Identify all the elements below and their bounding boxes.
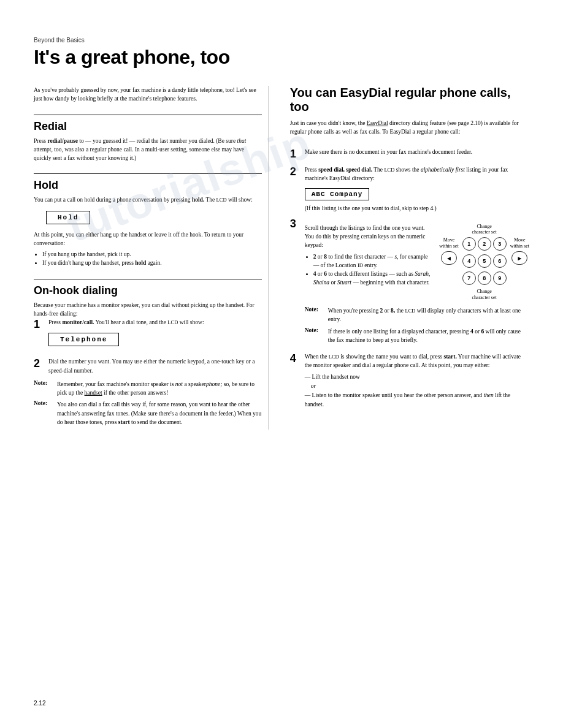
two-column-layout: As you've probably guessed by now, your … [34,86,529,430]
hold-body-pre: You can put a call on hold during a phon… [34,195,262,204]
note2-text: You also can dial a fax call this way if… [57,400,262,427]
note2-label: Note: [34,400,55,427]
step4-option2: — Listen to the monitor speaker until yo… [305,391,529,409]
key-row-3: 7 8 9 [462,271,507,285]
right-step2-pre: Press speed dial, speed dial. The LCD sh… [305,165,529,183]
step3-bullet-1: 2 or 8 to find the first character — s, … [313,252,432,270]
right-note2: Note: If there is only one listing for a… [305,327,529,345]
right-title: You can EasyDial regular phone calls, to… [290,86,529,114]
onhook-title: On-hook dialing [34,279,262,297]
onhook-note1: Note: Remember, your fax machine's monit… [34,380,262,398]
beyond-basics-label: Beyond the Basics [34,37,529,44]
right-step1: 1 Make sure there is no document in your… [290,148,529,161]
right-step3: 3 Scroll through the listings to find th… [290,218,529,347]
hold-bullets: If you hung up the handset, pick it up. … [42,250,262,268]
hold-title: Hold [34,173,262,192]
onhook-section: On-hook dialing Because your machine has… [34,279,262,427]
key-9: 9 [493,271,507,285]
step1-text: Press monitor/call. You'll hear a dial t… [48,318,262,327]
right-step4-num: 4 [290,352,300,366]
hold-body-post: At this point, you can either hang up th… [34,230,262,248]
hold-lcd: Hold [46,211,90,224]
left-column: As you've probably guessed by now, your … [34,86,269,430]
step3-bullets: 2 or 8 to find the first character — s, … [313,252,432,287]
redial-section: Redial Press redial/pause to — you guess… [34,115,262,163]
hold-bullet-2: If you didn't hang up the handset, press… [42,259,262,267]
right-note1: Note: When you're pressing 2 or 8, the L… [305,306,529,324]
onhook-step1: 1 Press monitor/call. You'll hear a dial… [34,318,262,352]
key-4: 4 [462,254,476,268]
key-row-1: 1 2 3 [462,237,507,251]
redial-title: Redial [34,115,262,133]
right-step4-text: When the LCD is showing the name you wan… [305,352,529,370]
redial-body: Press redial/pause to — you guessed it! … [34,137,262,163]
left-arrow-key: ◄ [441,251,457,265]
move-within-set-left-label: Movewithin set [439,237,458,249]
right-step2-num: 2 [290,165,300,179]
right-step1-num: 1 [290,148,300,161]
step4-options: — Lift the handset now or — Listen to th… [305,373,529,410]
step2-content: Dial the number you want. You may use ei… [48,357,262,375]
move-within-set-right-label: Movewithin set [510,237,529,249]
move-right-group: Movewithin set ► [510,237,529,265]
right-step2-post: (If this listing is the one you want to … [305,204,529,213]
key-6: 6 [493,254,507,268]
key-2: 2 [478,237,491,251]
onhook-note2: Note: You also can dial a fax call this … [34,400,262,427]
right-note2-text: If there is only one listing for a displ… [328,327,529,345]
right-step4: 4 When the LCD is showing the name you w… [290,352,529,409]
key-8: 8 [478,271,491,285]
abc-company-lcd: ABC Company [305,188,370,200]
right-intro: Just in case you didn't know, the EasyDi… [290,119,529,137]
page-number: 2.12 [34,700,45,707]
key-7: 7 [462,271,476,285]
move-left-group: Movewithin set ◄ [439,237,458,265]
onhook-intro: Because your machine has a monitor speak… [34,301,262,319]
step3-intro: Scroll through the listings to find the … [305,224,432,250]
intro-text: As you've probably guessed by now, your … [34,86,262,104]
right-step1-text: Make sure there is no document in your f… [305,148,529,156]
key-1: 1 [462,237,476,251]
step4-or: or [311,382,529,391]
onhook-step2: 2 Dial the number you want. You may use … [34,357,262,375]
center-keypad: 1 2 3 4 5 6 [462,237,507,287]
right-note1-label: Note: [305,306,326,324]
step2-num: 2 [34,357,44,371]
right-note2-label: Note: [305,327,326,345]
change-char-top-label: Changecharacter set [472,224,497,235]
change-char-bottom-label: Changecharacter set [472,289,497,300]
right-step3-content: Scroll through the listings to find the … [305,218,529,347]
key-3: 3 [493,237,507,251]
right-step2-content: Press speed dial, speed dial. The LCD sh… [305,165,529,213]
note1-text: Remember, your fax machine's monitor spe… [57,380,262,398]
step2-text: Dial the number you want. You may use ei… [48,357,262,375]
right-step1-content: Make sure there is no document in your f… [305,148,529,156]
key-5: 5 [478,254,491,268]
right-step4-content: When the LCD is showing the name you wan… [305,352,529,409]
keypad-description: Scroll through the listings to find the … [305,224,432,290]
step3-bullet-2: 4 or 6 to check different listings — suc… [313,270,432,287]
keypad-area: Scroll through the listings to find the … [305,224,529,300]
keypad-diagram: Changecharacter set Movewithin set ◄ 1 [439,224,529,300]
note1-label: Note: [34,380,55,398]
page: tutorialship Beyond the Basics It's a gr… [0,0,563,728]
step4-option1: — Lift the handset now [305,373,529,382]
page-title: It's a great phone, too [34,46,529,69]
right-note1-text: When you're pressing 2 or 8, the LCD wil… [328,306,529,324]
keypad-full: Movewithin set ◄ 1 2 3 [439,237,529,287]
hold-bullet-1: If you hung up the handset, pick it up. [42,250,262,259]
right-column: You can EasyDial regular phone calls, to… [287,86,529,430]
right-arrow-key: ► [511,251,527,265]
hold-section: Hold You can put a call on hold during a… [34,173,262,267]
step1-num: 1 [34,318,44,332]
key-row-2: 4 5 6 [462,254,507,268]
step1-content: Press monitor/call. You'll hear a dial t… [48,318,262,352]
telephone-lcd: Telephone [48,333,119,346]
right-step2: 2 Press speed dial, speed dial. The LCD … [290,165,529,213]
right-step3-num: 3 [290,218,300,231]
